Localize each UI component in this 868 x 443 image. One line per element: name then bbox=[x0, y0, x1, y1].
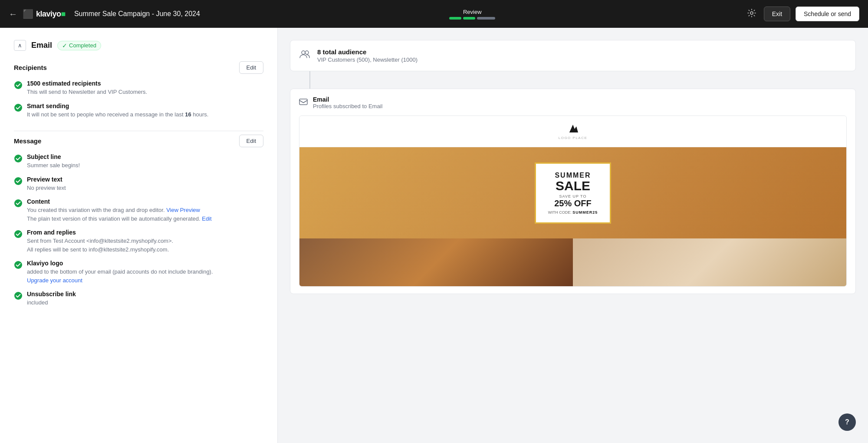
svg-point-10 bbox=[305, 51, 309, 54]
from-replies-content: From and replies Sent from Test Account … bbox=[27, 229, 173, 254]
back-button[interactable]: ← bbox=[9, 9, 17, 19]
help-button[interactable]: ? bbox=[838, 413, 856, 431]
nav-left: ← ⬛ klaviyo■ Summer Sale Campaign - June… bbox=[9, 9, 200, 19]
recipients-edit-button[interactable]: Edit bbox=[239, 61, 263, 74]
subject-line-content: Subject line Summer sale begins! bbox=[27, 153, 80, 170]
svg-point-6 bbox=[14, 230, 22, 238]
check-icon-2 bbox=[14, 103, 23, 114]
svg-point-7 bbox=[14, 261, 22, 269]
left-panel: ∧ Email ✓ Completed Recipients Edit 1500… bbox=[0, 28, 278, 443]
code-value: SUMMER25 bbox=[572, 210, 598, 215]
logo-place-text: LOGO PLACE bbox=[559, 136, 588, 140]
recipients-title: Recipients bbox=[14, 64, 47, 71]
logo-icon: ⬛ bbox=[23, 9, 33, 19]
svg-point-5 bbox=[14, 199, 22, 207]
estimated-recipients-content: 1500 estimated recipients This will send… bbox=[27, 80, 147, 96]
email-channel-title: Email bbox=[313, 96, 382, 103]
content-label: Content bbox=[27, 198, 212, 205]
email-channel-card: Email Profiles subscribed to Email LOGO … bbox=[290, 89, 856, 294]
message-header: Message Edit bbox=[14, 135, 263, 147]
smart-sending-item: Smart sending It will not be sent to peo… bbox=[14, 102, 263, 119]
subject-line-sub: Summer sale begins! bbox=[27, 161, 80, 170]
audience-title: 8 total audience bbox=[317, 48, 418, 56]
from-replies-item: From and replies Sent from Test Account … bbox=[14, 229, 263, 254]
audience-card: 8 total audience VIP Customers (500), Ne… bbox=[290, 40, 856, 71]
svg-rect-11 bbox=[299, 99, 307, 105]
right-panel: 8 total audience VIP Customers (500), Ne… bbox=[278, 28, 868, 443]
completed-label: Completed bbox=[69, 42, 96, 49]
preview-code-text: WITH CODE: SUMMER25 bbox=[548, 210, 598, 215]
svg-point-3 bbox=[14, 155, 22, 162]
check-icon-4 bbox=[14, 177, 23, 187]
svg-point-4 bbox=[14, 177, 22, 185]
klaviyo-logo-sub: added to the bottom of your email (paid … bbox=[27, 268, 213, 284]
exit-button[interactable]: Exit bbox=[764, 7, 790, 21]
svg-point-9 bbox=[302, 51, 305, 54]
smart-sending-content: Smart sending It will not be sent to peo… bbox=[27, 102, 208, 119]
email-channel-sub: Profiles subscribed to Email bbox=[313, 103, 382, 109]
section-divider bbox=[14, 131, 263, 131]
settings-button[interactable] bbox=[745, 6, 759, 22]
subject-line-label: Subject line bbox=[27, 153, 80, 160]
preview-sale-text: SALE bbox=[548, 179, 598, 192]
check-icon-6 bbox=[14, 230, 23, 240]
estimated-recipients-item: 1500 estimated recipients This will send… bbox=[14, 80, 263, 96]
svg-point-1 bbox=[14, 81, 22, 89]
completed-badge: ✓ Completed bbox=[57, 41, 101, 50]
campaign-title: Summer Sale Campaign - June 30, 2024 bbox=[74, 10, 200, 18]
subject-line-item: Subject line Summer sale begins! bbox=[14, 153, 263, 170]
content-sub: You created this variation with the drag… bbox=[27, 206, 212, 223]
nav-right: Exit Schedule or send bbox=[745, 6, 859, 22]
estimated-recipients-sub: This will send to Newsletter and VIP Cus… bbox=[27, 88, 147, 96]
preview-percent-text: 25% OFF bbox=[548, 198, 598, 208]
check-icon-1 bbox=[14, 81, 23, 91]
preview-bottom-images bbox=[299, 238, 846, 286]
collapse-icon: ∧ bbox=[18, 42, 22, 49]
klaviyo-logo-item: Klaviyo logo added to the bottom of your… bbox=[14, 260, 263, 284]
logo-svg bbox=[566, 123, 580, 135]
content-edit-link[interactable]: Edit bbox=[202, 215, 211, 222]
collapse-button[interactable]: ∧ bbox=[14, 40, 26, 51]
check-icon: ✓ bbox=[62, 42, 67, 49]
view-preview-link[interactable]: View Preview bbox=[166, 207, 200, 213]
preview-text-content: Preview text No preview text bbox=[27, 176, 66, 192]
svg-point-2 bbox=[14, 104, 22, 112]
flow-connector bbox=[309, 71, 310, 89]
audience-icon bbox=[299, 48, 311, 63]
preview-text-sub: No preview text bbox=[27, 184, 66, 192]
preview-summer-text: SUMMER bbox=[548, 172, 598, 179]
preview-text-label: Preview text bbox=[27, 176, 66, 183]
step-1 bbox=[449, 17, 461, 20]
unsubscribe-content: Unsubscribe link included bbox=[27, 291, 76, 307]
top-navigation: ← ⬛ klaviyo■ Summer Sale Campaign - June… bbox=[0, 0, 868, 28]
logo-text: klaviyo■ bbox=[36, 10, 66, 19]
upgrade-account-link[interactable]: Upgrade your account bbox=[27, 277, 82, 284]
audience-info: 8 total audience VIP Customers (500), Ne… bbox=[317, 48, 418, 63]
code-prefix: WITH CODE: bbox=[548, 210, 573, 215]
check-icon-7 bbox=[14, 261, 23, 271]
email-preview: LOGO PLACE SUMMER SALE SAVE UP TO 25% OF… bbox=[299, 116, 847, 287]
from-replies-label: From and replies bbox=[27, 229, 173, 236]
smart-sending-sub: It will not be sent to people who receiv… bbox=[27, 110, 208, 119]
check-icon-8 bbox=[14, 291, 23, 302]
estimated-recipients-label: 1500 estimated recipients bbox=[27, 80, 147, 87]
email-card-header: Email Profiles subscribed to Email bbox=[299, 96, 847, 109]
message-title: Message bbox=[14, 137, 41, 145]
schedule-send-button[interactable]: Schedule or send bbox=[796, 7, 859, 21]
settings-icon bbox=[747, 9, 756, 17]
unsubscribe-sub: included bbox=[27, 298, 76, 307]
step-3 bbox=[477, 17, 495, 20]
nav-center: Review bbox=[209, 9, 736, 20]
preview-text-item: Preview text No preview text bbox=[14, 176, 263, 192]
message-edit-button[interactable]: Edit bbox=[239, 135, 263, 147]
preview-save-text: SAVE UP TO bbox=[548, 194, 598, 198]
message-section: Message Edit Subject line Summer sale be… bbox=[14, 135, 263, 307]
content-content: Content You created this variation with … bbox=[27, 198, 212, 223]
audience-sub: VIP Customers (500), Newsletter (1000) bbox=[317, 56, 418, 63]
preview-sale-box: SUMMER SALE SAVE UP TO 25% OFF WITH CODE… bbox=[535, 162, 612, 224]
email-header: ∧ Email ✓ Completed bbox=[14, 40, 263, 51]
review-label: Review bbox=[463, 9, 482, 15]
step-2 bbox=[463, 17, 475, 20]
preview-logo-area: LOGO PLACE bbox=[299, 116, 846, 147]
recipients-header: Recipients Edit bbox=[14, 61, 263, 74]
